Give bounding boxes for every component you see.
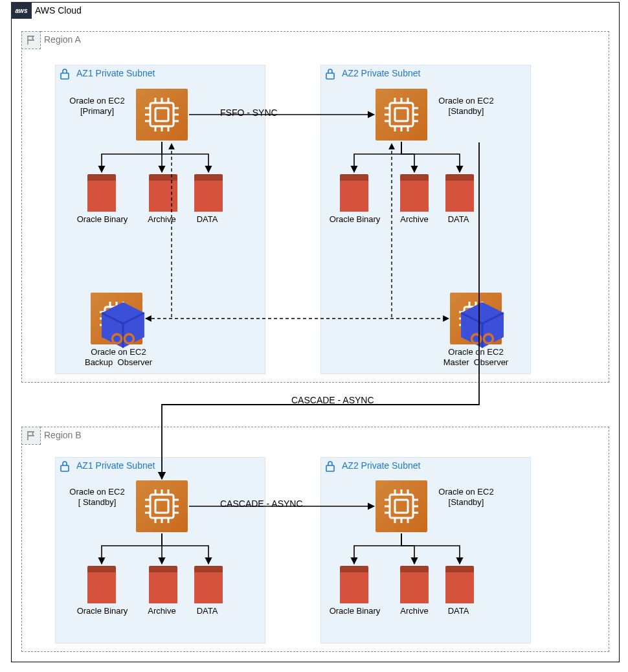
ec2-observer-backup-icon — [91, 293, 142, 344]
ec2-standby-b1-icon — [136, 480, 188, 532]
ec2-standby-b1-label: Oracle on EC2 [ Standby] — [62, 487, 133, 508]
svg-rect-4 — [150, 103, 174, 126]
storage-binary-label: Oracle Binary — [324, 606, 386, 616]
ec2-standby-b2-icon — [376, 480, 427, 532]
diagram-canvas: aws AWS Cloud Region A Region B AZ1 Priv… — [0, 0, 628, 672]
ec2-observer-master-icon — [450, 293, 502, 344]
svg-rect-9 — [155, 500, 168, 513]
ec2-primary-label: Oracle on EC2 [Primary] — [62, 96, 133, 117]
storage-icon — [87, 566, 116, 603]
observer-master-label: Oracle on EC2 Master Observer — [434, 347, 518, 368]
storage-binary-label: Oracle Binary — [71, 606, 133, 616]
svg-rect-7 — [395, 108, 408, 121]
connection-fsfo-label: FSFO - SYNC — [220, 107, 278, 118]
subnet-a2-title: AZ2 Private Subnet — [342, 68, 420, 78]
aws-logo-icon: aws — [11, 2, 32, 19]
lock-icon — [321, 458, 339, 476]
lock-icon — [321, 65, 339, 84]
svg-rect-3 — [326, 465, 334, 471]
storage-icon — [400, 174, 429, 212]
svg-rect-6 — [390, 103, 413, 126]
storage-archive-label: Archive — [136, 606, 188, 616]
connection-cascade2-label: CASCADE - ASYNC — [220, 498, 303, 509]
ec2-standby-a2-icon — [376, 89, 427, 140]
storage-archive-label: Archive — [136, 214, 188, 225]
svg-rect-0 — [61, 73, 69, 79]
storage-binary-label: Oracle Binary — [324, 214, 386, 225]
svg-rect-10 — [390, 495, 413, 518]
storage-icon — [194, 566, 223, 603]
storage-icon — [340, 566, 368, 603]
ec2-primary-icon — [136, 89, 188, 140]
storage-icon — [445, 174, 474, 212]
svg-rect-11 — [395, 500, 408, 513]
subnet-a1-title: AZ1 Private Subnet — [76, 68, 155, 78]
observer-cube-icon — [97, 299, 149, 351]
svg-rect-5 — [155, 108, 168, 121]
lock-icon — [56, 65, 74, 84]
subnet-b1-title: AZ1 Private Subnet — [76, 460, 155, 471]
storage-icon — [194, 174, 223, 212]
region-flag-icon — [21, 31, 41, 49]
storage-data-label: DATA — [439, 606, 478, 616]
storage-archive-label: Archive — [388, 214, 440, 225]
subnet-b2-title: AZ2 Private Subnet — [342, 460, 420, 471]
region-b-title: Region B — [44, 430, 82, 440]
storage-binary-label: Oracle Binary — [71, 214, 133, 225]
ec2-standby-b2-label: Oracle on EC2 [Standby] — [431, 487, 502, 508]
storage-icon — [149, 566, 177, 603]
aws-cloud-title: AWS Cloud — [35, 5, 82, 16]
storage-icon — [340, 174, 368, 212]
storage-icon — [149, 174, 177, 212]
storage-icon — [87, 174, 116, 212]
svg-rect-8 — [150, 495, 174, 518]
storage-data-label: DATA — [439, 214, 478, 225]
storage-data-label: DATA — [188, 606, 227, 616]
svg-rect-1 — [326, 73, 334, 79]
storage-data-label: DATA — [188, 214, 227, 225]
storage-archive-label: Archive — [388, 606, 440, 616]
region-a-title: Region A — [44, 34, 81, 45]
region-flag-icon — [21, 427, 41, 445]
connection-cascade1-label: CASCADE - ASYNC — [291, 395, 374, 405]
storage-icon — [400, 566, 429, 603]
lock-icon — [56, 458, 74, 476]
ec2-standby-a2-label: Oracle on EC2 [Standby] — [431, 96, 502, 117]
observer-backup-label: Oracle on EC2 Backup Observer — [76, 347, 161, 368]
observer-cube-icon — [456, 299, 508, 351]
svg-rect-2 — [61, 465, 69, 471]
storage-icon — [445, 566, 474, 603]
